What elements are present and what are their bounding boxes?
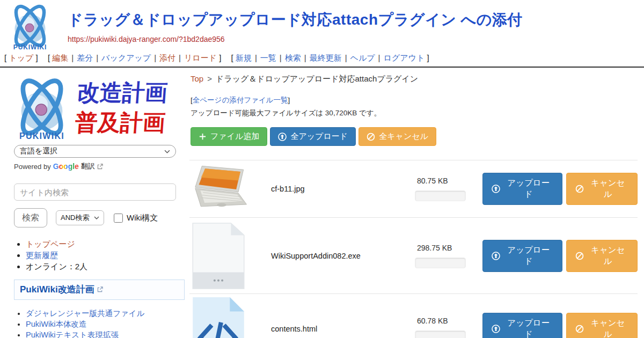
- sidebar-item-core-mod[interactable]: PukiWiki本体改造: [26, 320, 87, 328]
- cancel-button[interactable]: キャンセル: [566, 313, 638, 338]
- nav-group-site: [ 新規|一覧|検索|最終更新|ヘルプ|ログアウト ]: [231, 53, 429, 62]
- nav-item-search[interactable]: 検索: [285, 53, 301, 62]
- breadcrumb: Top>ドラッグ＆ドロップアップロード対応attachプラグイン: [189, 74, 639, 84]
- ban-icon: [575, 325, 584, 333]
- nav-item-edit[interactable]: 編集: [52, 53, 68, 62]
- nav-item-list[interactable]: 一覧: [260, 53, 276, 62]
- breadcrumb-current: ドラッグ＆ドロップアップロード対応attachプラグイン: [216, 74, 418, 83]
- file-size: 298.75 KB: [415, 244, 452, 252]
- list-item: 更新履歴: [26, 249, 185, 261]
- google-logo: Google: [53, 162, 79, 171]
- upload-file-list: cf-b11.jpg 80.75 KB アップロード: [189, 160, 638, 338]
- page-url-link[interactable]: https://pukiwiki.dajya-ranger.com/?1bd2d…: [68, 35, 225, 43]
- list-item: PukiWiki本体改造: [26, 319, 185, 329]
- nav-item-new[interactable]: 新規: [236, 53, 252, 62]
- chevron-down-icon: [94, 216, 99, 219]
- slogan-line-2: 普及計画: [74, 109, 166, 136]
- list-item: オンライン：2人: [26, 261, 185, 272]
- file-size: 80.75 KB: [415, 177, 448, 185]
- ban-icon: [367, 133, 375, 141]
- upload-toolbar: ファイル追加 全アップロード 全キャンセル: [189, 127, 639, 146]
- upload-icon: [492, 185, 500, 193]
- pukiwiki-logo: PUKIWIKI: [4, 2, 56, 52]
- breadcrumb-home[interactable]: Top: [191, 74, 203, 83]
- top-nav: [ トップ ] [ 編集|差分|バックアップ|添付|リロード ] [ 新規|一覧…: [0, 52, 644, 68]
- file-row: WikiSupportAddin082.exe 298.75 KB アップロード: [189, 217, 638, 293]
- all-attachments-link[interactable]: 全ページの添付ファイル一覧: [193, 96, 288, 104]
- search-button[interactable]: 検索: [14, 208, 47, 227]
- language-select-value: 言語を選択: [20, 146, 57, 156]
- nav-item-recent[interactable]: 最終更新: [310, 53, 342, 62]
- nav-item-attach[interactable]: 添付: [159, 53, 175, 62]
- ban-icon: [575, 252, 584, 260]
- chevron-down-icon: [164, 150, 170, 153]
- nav-group-page: [ 編集|差分|バックアップ|添付|リロード ]: [48, 53, 221, 62]
- search-mode-select[interactable]: AND検索: [56, 210, 104, 225]
- nav-item-diff[interactable]: 差分: [77, 53, 93, 62]
- cancel-button[interactable]: キャンセル: [566, 240, 638, 272]
- upload-icon: [278, 133, 287, 141]
- upload-button[interactable]: アップロード: [482, 313, 562, 338]
- list-item: トップページ: [26, 238, 185, 249]
- pukiwiki-kaizo-box: PukiWiki改造計画: [14, 280, 185, 300]
- sidebar-logo: PUKIWIKI 改造計画 普及計画: [8, 75, 185, 142]
- cancel-button[interactable]: キャンセル: [566, 173, 638, 205]
- max-upload-size-text: アップロード可能最大ファイルサイズは 30,720KB です。: [189, 108, 639, 118]
- external-link-icon: [97, 164, 103, 170]
- nav-item-backup[interactable]: バックアップ: [101, 53, 151, 62]
- sidebar-menu-top: トップページ 更新履歴 オンライン：2人: [26, 238, 185, 272]
- sidebar-logo-slogan: 改造計画 普及計画: [74, 79, 168, 137]
- list-item: PukiWikiテキスト表現拡張: [26, 329, 185, 338]
- language-select[interactable]: 言語を選択: [14, 145, 176, 158]
- progress-bar: [415, 190, 466, 201]
- sidebar-item-text-extension[interactable]: PukiWikiテキスト表現拡張: [26, 330, 119, 338]
- code-file-icon: [192, 296, 246, 338]
- site-search-input[interactable]: [14, 183, 176, 201]
- search-controls: 検索 AND検索 Wiki構文: [14, 208, 185, 227]
- wiki-syntax-label: Wiki構文: [127, 213, 158, 223]
- page-title: ドラッグ＆ドロップアップロード対応attachプラグイン への添付: [68, 10, 644, 30]
- sidebar-item-top-page[interactable]: トップページ: [26, 239, 75, 248]
- attach-list-line: [全ページの添付ファイル一覧]: [189, 95, 639, 105]
- list-item: ダジャレンジャー版共通ファイル: [26, 308, 185, 319]
- progress-bar: [415, 258, 466, 268]
- sidebar-item-online-count: オンライン：2人: [26, 262, 87, 271]
- sidebar-menu-plugins: ダジャレンジャー版共通ファイル PukiWiki本体改造 PukiWikiテキス…: [26, 308, 185, 338]
- file-name: cf-b11.jpg: [271, 185, 415, 193]
- laptop-photo-thumbnail: [192, 164, 254, 214]
- nav-item-reload[interactable]: リロード: [184, 53, 217, 62]
- nav-item-top[interactable]: トップ: [9, 53, 33, 62]
- external-link-icon: [97, 286, 103, 292]
- progress-bar: [415, 330, 466, 338]
- cancel-all-button[interactable]: 全キャンセル: [358, 127, 436, 146]
- slogan-line-1: 改造計画: [76, 79, 169, 106]
- file-name: WikiSupportAddin082.exe: [271, 252, 415, 260]
- svg-text:PUKIWIKI: PUKIWIKI: [19, 131, 64, 141]
- sidebar-item-common-files[interactable]: ダジャレンジャー版共通ファイル: [26, 309, 144, 318]
- ban-icon: [575, 185, 584, 193]
- sidebar-item-recent-changes[interactable]: 更新履歴: [26, 251, 58, 260]
- sidebar: PUKIWIKI 改造計画 普及計画 言語を選択 Powered by Goog…: [0, 68, 185, 338]
- upload-button[interactable]: アップロード: [482, 240, 562, 272]
- nav-group-top: [ トップ ]: [4, 53, 38, 62]
- file-row: cf-b11.jpg 80.75 KB アップロード: [189, 160, 638, 217]
- pukiwiki-kaizo-link[interactable]: PukiWiki改造計画: [20, 283, 94, 296]
- google-translate-attribution: Powered by Google 翻訳: [14, 161, 185, 171]
- upload-all-button[interactable]: 全アップロード: [270, 127, 356, 146]
- pukiwiki-logo-small: PUKIWIKI: [8, 75, 76, 142]
- nav-item-help[interactable]: ヘルプ: [350, 53, 375, 62]
- search-mode-value: AND検索: [61, 213, 89, 223]
- file-row: contents.html 60.78 KB アップロード: [189, 293, 638, 338]
- nav-item-logout[interactable]: ログアウト: [384, 53, 425, 62]
- file-size: 60.78 KB: [415, 317, 448, 325]
- upload-button[interactable]: アップロード: [482, 173, 562, 205]
- page-header: PUKIWIKI ドラッグ＆ドロップアップロード対応attachプラグイン への…: [0, 0, 644, 52]
- generic-file-icon: [192, 222, 246, 290]
- wiki-syntax-checkbox[interactable]: [114, 214, 123, 223]
- file-name: contents.html: [271, 325, 415, 333]
- main-content: Top>ドラッグ＆ドロップアップロード対応attachプラグイン [全ページの添…: [185, 68, 644, 338]
- upload-icon: [492, 252, 500, 260]
- plus-icon: [199, 133, 207, 141]
- add-file-button[interactable]: ファイル追加: [191, 127, 267, 146]
- pukiwiki-logo-text: PUKIWIKI: [13, 43, 47, 51]
